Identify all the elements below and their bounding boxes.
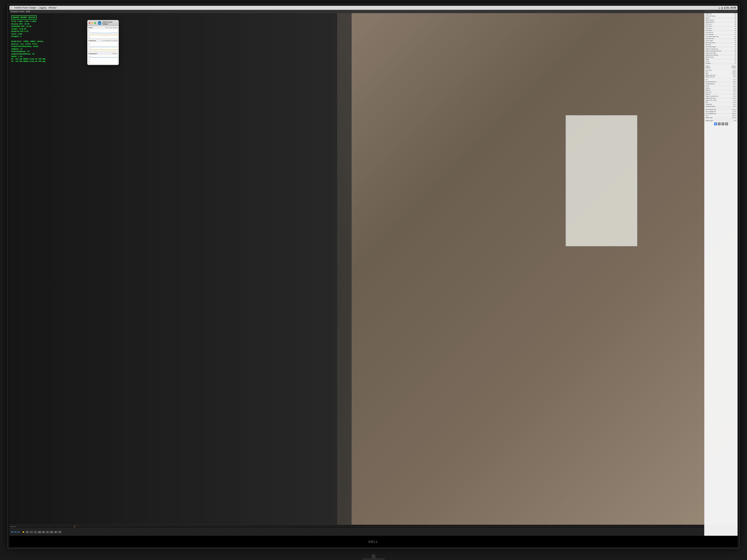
power-section-header: Power 28,12 W IA: 15,93 W <box>88 27 118 28</box>
intel-logo: intel <box>98 21 101 25</box>
opencl-line-9: Quality: Low, Field: First <box>11 43 45 46</box>
logging-menu[interactable]: Logging <box>38 6 47 9</box>
opencl-line-16: PF: YUV 420 MPEG4 Frame 8u 709 Imp <box>11 60 45 63</box>
program-bar: Programm: Hinten ◀ ▶ <box>9 10 187 13</box>
app-menu-name[interactable]: Intel(R) Power Gadget <box>14 6 36 9</box>
intel-power-gadget-window: intel Intel® Power Gadget Power 28,12 W … <box>87 20 119 65</box>
opencl-line-15: PF: YUV 420 MPEG4 Frame 8u 709 Imp <box>11 58 45 60</box>
next-program[interactable]: ▶ <box>28 10 30 12</box>
power-label: Power <box>88 27 93 28</box>
intel-window-title: Intel® Power Gadget <box>102 21 117 25</box>
opencl-line-13: CompleteAheadOfPlay: 53 <box>11 53 45 56</box>
freq-section-header: Frequency IA: 2,10 GHz GT: 0,76 GHz <box>88 40 118 42</box>
temperature-value: 88,50 °C <box>113 53 118 54</box>
apple-menu[interactable]:  <box>11 6 12 9</box>
svg-text:3,0: 3,0 <box>89 46 91 47</box>
svg-text:20: 20 <box>89 35 90 36</box>
opencl-line-5: Rendered FPS 5.20 <box>11 30 45 33</box>
prev-program[interactable]: ◀ <box>26 10 28 12</box>
svg-text:4,0: 4,0 <box>89 45 91 46</box>
svg-text:60: 60 <box>89 60 90 62</box>
svg-text:100: 100 <box>89 56 91 57</box>
frequency-value: IA: 2,10 GHz GT: 0,76 GHz <box>102 40 118 41</box>
close-button[interactable] <box>89 22 91 24</box>
opencl-line-4: Target: 3:25.00 <box>11 28 45 31</box>
opencl-title: OpenCL Render System <box>11 16 36 20</box>
program-label: Programm: Hinten <box>11 10 24 12</box>
temperature-chart: 100 80 60 40 <box>88 55 118 64</box>
opencl-line-11: InQueue: 71 <box>11 48 45 51</box>
opencl-line-14: Speed: 1.00 <box>11 55 45 58</box>
svg-text:2,0: 2,0 <box>89 48 91 49</box>
monitor-frame:  Intel(R) Power Gadget Logging Window ▲… <box>7 4 187 140</box>
temperature-section: Temperature 88,50 °C 100 80 60 <box>87 52 119 65</box>
maximize-button[interactable] <box>94 22 96 24</box>
program-nav[interactable]: ◀ ▶ <box>26 10 30 12</box>
opencl-line-8: RenderSize: (3840, 1080), Downsa <box>11 41 45 43</box>
minimize-button[interactable] <box>92 22 93 24</box>
svg-text:80: 80 <box>89 58 90 59</box>
main-content: OpenCL Render System Total render time: … <box>9 10 187 140</box>
svg-text:5,0: 5,0 <box>89 43 91 44</box>
svg-text:50: 50 <box>89 30 90 31</box>
opencl-stats: OpenCL Render System Total render time: … <box>11 16 45 63</box>
opencl-line-10: FramePrefetchLatency: 517ms <box>11 45 45 48</box>
svg-text:10: 10 <box>89 37 90 38</box>
frequency-section: Frequency IA: 2,10 GHz GT: 0,76 GHz 5,0 … <box>87 39 119 52</box>
opencl-line-6: Total: 6782 <box>11 33 45 35</box>
video-display: OpenCL Render System Total render time: … <box>9 10 187 140</box>
svg-text:1,0: 1,0 <box>89 50 91 51</box>
window-menu[interactable]: Window <box>49 6 56 9</box>
svg-text:40: 40 <box>89 62 90 64</box>
opencl-line-1: Total render time: 3.48ms <box>11 20 45 23</box>
power-chart: 50 40 30 20 10 <box>88 29 118 38</box>
monitor-screen:  Intel(R) Power Gadget Logging Window ▲… <box>9 6 187 140</box>
opencl-line-7: Dropped: 2 <box>11 35 45 38</box>
frequency-chart: 5,0 4,0 3,0 2,0 1,0 <box>88 42 118 51</box>
menu-bar:  Intel(R) Power Gadget Logging Window ▲… <box>9 6 187 10</box>
opencl-line-12: PendingInQueue: 12 <box>11 50 45 53</box>
opencl-line-2: Display FPS: 24.90 <box>11 23 45 26</box>
frequency-label: Frequency <box>88 40 96 42</box>
svg-text:30: 30 <box>89 33 90 34</box>
temperature-label: Temperature <box>88 53 97 54</box>
svg-text:40: 40 <box>89 31 90 33</box>
opencl-line-3: Scheduled FPS: 25.00 <box>11 25 45 28</box>
power-section: Power 28,12 W IA: 15,93 W 50 40 <box>87 26 119 39</box>
temp-section-header: Temperature 88,50 °C <box>88 53 118 54</box>
intel-window-titlebar: intel Intel® Power Gadget <box>87 20 119 26</box>
power-value: 28,12 W IA: 15,93 W <box>105 27 118 28</box>
